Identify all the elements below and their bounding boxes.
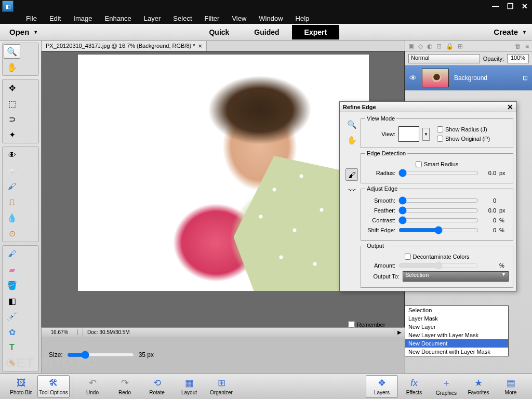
tool-options-button[interactable]: 🛠Tool Options (37, 375, 70, 398)
edge-detection-legend: Edge Detection (365, 150, 407, 156)
smart-brush-tool[interactable]: 🖌 (4, 179, 20, 194)
close-icon[interactable]: × (198, 42, 203, 50)
link-layers-icon[interactable]: ⊞ (458, 43, 463, 50)
document-tab-title: PX_20120310_4317J.jpg @ 16.7% (Backgroun… (46, 43, 195, 49)
status-arrow-icon[interactable]: ▶ (394, 329, 405, 335)
eraser-tool[interactable]: ▰ (4, 262, 20, 277)
layers-button[interactable]: ❖Layers (366, 375, 398, 398)
show-radius-checkbox[interactable]: Show Radius (J) (437, 126, 509, 132)
radius-slider[interactable] (398, 169, 478, 177)
dlg-refine-brush-tool[interactable]: 🖌 (345, 168, 358, 181)
spot-heal-tool[interactable]: 🩹 (4, 164, 20, 178)
lasso-tool[interactable]: ⊃ (4, 112, 20, 126)
dlg-hand-tool[interactable]: ✋ (345, 134, 358, 147)
panel-menu-icon[interactable]: ≡ (525, 43, 529, 50)
dropdown-option[interactable]: New Layer with Layer Mask (405, 331, 508, 339)
radius-value: 0.0 (482, 170, 496, 176)
quick-select-tool[interactable]: ✦ (4, 127, 20, 142)
menu-enhance[interactable]: Enhance (99, 14, 138, 23)
open-button[interactable]: Open▼ (5, 26, 42, 37)
layer-row-background[interactable]: 👁 Background ⊡ (405, 65, 532, 90)
menu-filter[interactable]: Filter (198, 14, 226, 23)
menu-help[interactable]: Help (289, 14, 316, 23)
effects-button[interactable]: fxEffects (398, 375, 430, 398)
layer-lock-icon[interactable]: ⊡ (523, 74, 528, 82)
smart-radius-checkbox[interactable]: Smart Radius (416, 161, 459, 167)
minimize-button[interactable]: — (488, 1, 503, 11)
dropdown-option[interactable]: New Layer (405, 323, 508, 331)
favorites-button[interactable]: ★Favorites (462, 375, 495, 398)
move-tool[interactable]: ✥ (4, 81, 20, 95)
type-tool[interactable]: T (4, 340, 20, 355)
sponge-tool[interactable]: ⊙ (4, 226, 20, 241)
blur-tool[interactable]: 💧 (4, 210, 20, 225)
view-mode-legend: View Mode (365, 115, 396, 122)
organizer-button[interactable]: ⊞Organizer (205, 375, 237, 398)
menu-file[interactable]: File (20, 14, 43, 23)
redeye-tool[interactable]: 👁 (4, 148, 20, 163)
graphics-button[interactable]: ＋Graphics (430, 375, 462, 398)
redo-button[interactable]: ↷Redo (109, 375, 141, 398)
remember-checkbox[interactable] (348, 321, 355, 328)
document-canvas[interactable] (78, 55, 369, 291)
contrast-slider[interactable] (398, 216, 478, 224)
create-button[interactable]: Create▼ (494, 28, 527, 36)
dropdown-option[interactable]: New Document with Layer Mask (405, 348, 508, 356)
marquee-tool[interactable]: ⬚ (4, 96, 20, 111)
layer-mask-icon[interactable]: ⊡ (436, 43, 442, 50)
menu-image[interactable]: Image (67, 14, 98, 23)
adjustment-layer-icon[interactable]: ◐ (427, 43, 432, 50)
hand-tool[interactable]: ✋ (4, 60, 20, 74)
lock-icon[interactable]: 🔒 (446, 43, 454, 50)
view-mode-dropdown-icon[interactable]: ▼ (422, 128, 430, 141)
size-slider[interactable] (67, 351, 135, 359)
pencil-tool[interactable]: ✎ (4, 356, 20, 370)
paint-bucket-tool[interactable]: 🪣 (4, 278, 20, 292)
maximize-button[interactable]: ❐ (503, 1, 517, 11)
shift-edge-slider[interactable] (398, 226, 478, 234)
opacity-input[interactable]: 100% (507, 54, 529, 63)
layer-thumbnail[interactable] (422, 69, 449, 87)
menu-window[interactable]: Window (252, 14, 289, 23)
dropdown-option[interactable]: Layer Mask (405, 314, 508, 323)
smooth-slider[interactable] (398, 196, 478, 205)
zoom-tool[interactable]: 🔍 (4, 44, 20, 59)
blend-mode-select[interactable]: Normal (408, 54, 480, 63)
feather-slider[interactable] (398, 206, 478, 215)
clone-stamp-tool[interactable]: ⎍ (4, 195, 20, 209)
close-button[interactable]: ✕ (517, 1, 532, 11)
zoom-level[interactable]: 16.67% (42, 329, 78, 335)
undo-button[interactable]: ↶Undo (76, 375, 109, 398)
output-to-select[interactable]: Selection (403, 271, 509, 282)
gradient-tool[interactable]: ◧ (4, 294, 20, 308)
brush-tool[interactable]: 🖌 (4, 247, 20, 261)
layer-group-icon[interactable]: ◇ (418, 43, 423, 50)
dropdown-option[interactable]: Selection (405, 306, 508, 314)
menu-view[interactable]: View (225, 14, 252, 23)
document-status-bar: 16.67% Doc: 30.5M/30.5M ▶ (42, 327, 405, 337)
menu-edit[interactable]: Edit (43, 14, 67, 23)
more-button[interactable]: ▤More (495, 375, 527, 398)
dropdown-option[interactable]: New Document (405, 339, 508, 348)
rotate-button[interactable]: ⟲Rotate (141, 375, 173, 398)
doc-info[interactable]: Doc: 30.5M/30.5M (83, 329, 130, 335)
dlg-erase-refinements-tool[interactable]: 〰 (345, 184, 358, 196)
menu-layer[interactable]: Layer (138, 14, 167, 23)
photo-bin-button[interactable]: 🖼Photo Bin (5, 375, 37, 398)
tab-expert[interactable]: Expert (292, 25, 340, 39)
shape-tool[interactable]: ✿ (4, 325, 20, 339)
tab-quick[interactable]: Quick (196, 25, 242, 39)
visibility-icon[interactable]: 👁 (409, 74, 417, 82)
dlg-zoom-tool[interactable]: 🔍 (345, 118, 358, 131)
new-layer-icon[interactable]: ▣ (408, 43, 414, 50)
menu-select[interactable]: Select (167, 14, 198, 23)
view-mode-thumb[interactable] (398, 126, 419, 142)
eyedropper-tool[interactable]: 💉 (4, 309, 20, 324)
dialog-close-icon[interactable]: ✕ (507, 103, 513, 111)
layout-button[interactable]: ▦Layout (173, 375, 205, 398)
tab-guided[interactable]: Guided (242, 25, 291, 39)
delete-layer-icon[interactable]: 🗑 (515, 43, 521, 50)
show-original-checkbox[interactable]: Show Original (P) (437, 136, 509, 142)
document-tab[interactable]: PX_20120310_4317J.jpg @ 16.7% (Backgroun… (42, 41, 207, 51)
decontaminate-checkbox[interactable]: Decontaminate Colors (405, 254, 470, 260)
